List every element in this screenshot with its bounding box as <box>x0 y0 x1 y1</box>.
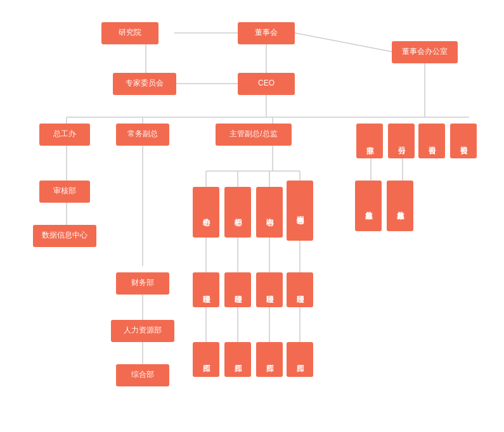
node-xmjl3: 项目经理 <box>256 272 283 307</box>
svg-rect-91 <box>193 342 219 377</box>
svg-rect-53 <box>356 124 383 158</box>
svg-text:研究院: 研究院 <box>119 28 141 37</box>
svg-rect-87 <box>256 272 283 307</box>
node-shiyebu: 事业部 <box>356 124 383 158</box>
svg-rect-59 <box>450 124 477 158</box>
node-changwu: 常务副总 <box>116 124 169 146</box>
node-zixun: 咨询中心 <box>256 187 283 238</box>
svg-rect-0 <box>0 0 504 432</box>
svg-text:审核部: 审核部 <box>53 186 76 195</box>
svg-rect-67 <box>224 187 251 238</box>
node-shenhebu: 审核部 <box>39 181 90 203</box>
node-gcs1: 工程师 <box>193 342 219 377</box>
svg-text:总工办: 总工办 <box>53 129 76 138</box>
svg-text:董事会: 董事会 <box>255 28 278 37</box>
node-ywhs2: 业务核算单元 <box>387 181 413 231</box>
node-xmjl4: 项目经理 <box>287 272 313 307</box>
svg-rect-75 <box>387 181 413 231</box>
node-zhuguan: 主管副总/总监 <box>216 124 292 146</box>
node-quanzheng: 全过程咨询中心 <box>287 181 313 241</box>
node-dongshihui: 董事会 <box>238 22 295 44</box>
node-dongshihuioffice: 董事会办公室 <box>392 41 458 63</box>
svg-text:CEO: CEO <box>258 79 275 87</box>
org-chart: .box { fill: #f26b50; rx: 3; } .box-text… <box>0 0 504 432</box>
node-zonggongban: 总工办 <box>39 124 90 146</box>
node-hezigongsi: 合资公司 <box>418 124 445 158</box>
node-fengongsi: 分公司 <box>388 124 415 158</box>
svg-text:综合部: 综合部 <box>131 370 154 379</box>
svg-text:财务部: 财务部 <box>131 278 154 287</box>
node-zhaobiao: 招标中心 <box>224 187 251 238</box>
node-zonghebu: 综合部 <box>116 364 169 386</box>
node-zaojia: 造价中心 <box>193 187 219 238</box>
node-shujuxinxi: 数据信息中心 <box>33 225 96 247</box>
svg-text:专家委员会: 专家委员会 <box>126 79 164 87</box>
svg-text:董事会办公室: 董事会办公室 <box>402 47 448 56</box>
node-ywhs1: 业务核算单元 <box>355 181 382 231</box>
node-zhuanjia: 专家委员会 <box>113 73 176 95</box>
node-gcs2: 工程师 <box>224 342 251 377</box>
svg-rect-57 <box>418 124 445 158</box>
svg-text:人力资源部: 人力资源部 <box>124 326 162 334</box>
svg-text:主管副总/总监: 主管副总/总监 <box>229 129 277 138</box>
svg-text:常务副总: 常务副总 <box>127 129 158 138</box>
svg-rect-69 <box>256 187 283 238</box>
svg-rect-55 <box>388 124 415 158</box>
svg-rect-89 <box>287 272 313 307</box>
svg-rect-93 <box>224 342 251 377</box>
chart-container: .box { fill: #f26b50; rx: 3; } .box-text… <box>0 0 504 432</box>
node-yanjiuyuan: 研究院 <box>101 22 158 44</box>
node-gcs4: 工程师 <box>287 342 313 377</box>
node-xmjl1: 项目经理 <box>193 272 219 307</box>
svg-rect-85 <box>224 272 251 307</box>
svg-rect-83 <box>193 272 219 307</box>
svg-rect-71 <box>287 181 313 241</box>
node-xmjl2: 项目经理 <box>224 272 251 307</box>
node-ceo: CEO <box>238 73 295 95</box>
svg-rect-95 <box>256 342 283 377</box>
node-gcs3: 工程师 <box>256 342 283 377</box>
node-touzigongsi: 投资公司 <box>450 124 477 158</box>
node-caiwubu: 财务部 <box>116 272 169 295</box>
node-renliziyuan: 人力资源部 <box>111 320 174 342</box>
svg-text:数据信息中心: 数据信息中心 <box>42 231 87 239</box>
svg-rect-65 <box>193 187 219 238</box>
svg-rect-73 <box>355 181 382 231</box>
svg-rect-97 <box>287 342 313 377</box>
